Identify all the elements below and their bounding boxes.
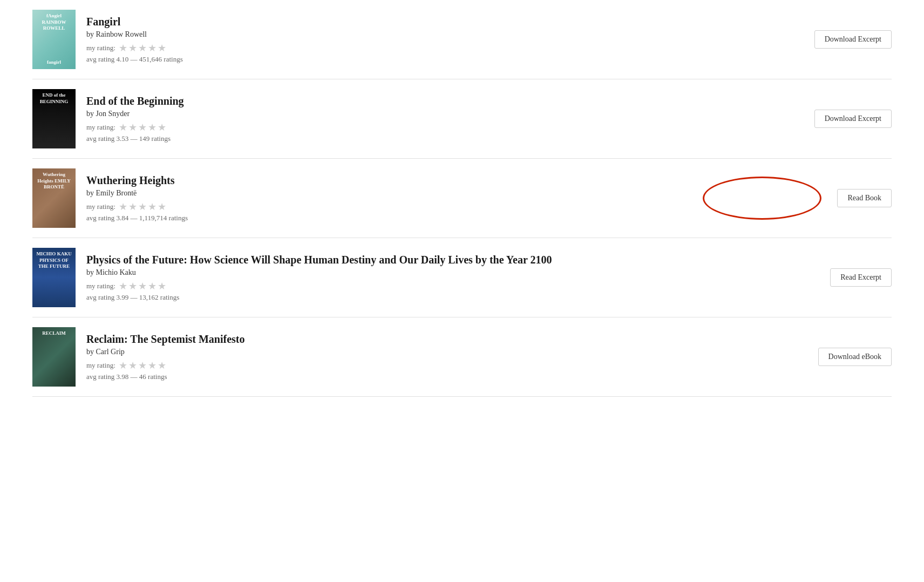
book-cover-wuthering-heights: Wuthering Heights EMILY BRONTË <box>32 168 76 228</box>
star-2[interactable]: ★ <box>128 361 137 370</box>
star-4[interactable]: ★ <box>148 202 157 212</box>
book-action-area: Download eBook <box>773 348 892 366</box>
star-3[interactable]: ★ <box>138 123 147 132</box>
action-button-wuthering-heights[interactable]: Read Book <box>837 189 892 207</box>
book-info-physics-of-the-future: Physics of the Future: How Science Will … <box>86 254 751 302</box>
book-cover-physics-of-the-future: MICHIO KAKU PHYSICS OF THE FUTURE <box>32 248 76 307</box>
star-4[interactable]: ★ <box>148 281 157 291</box>
my-rating-label: my rating: <box>86 202 116 211</box>
my-rating-label: my rating: <box>86 282 116 290</box>
star-5[interactable]: ★ <box>158 281 166 291</box>
action-button-reclaim[interactable]: Download eBook <box>818 348 892 366</box>
book-info-fangirl: Fangirlby Rainbow Rowellmy rating:★★★★★a… <box>86 16 751 64</box>
book-info-reclaim: Reclaim: The Septemist Manifestoby Carl … <box>86 333 751 381</box>
book-cover-fangirl: fAngirl RAINBOW ROWELL <box>32 10 76 69</box>
star-4[interactable]: ★ <box>148 43 157 53</box>
book-title[interactable]: Fangirl <box>86 16 751 28</box>
book-author: by Rainbow Rowell <box>86 30 751 39</box>
my-rating-row: my rating:★★★★★ <box>86 281 751 291</box>
star-3[interactable]: ★ <box>138 43 147 53</box>
star-1[interactable]: ★ <box>119 123 127 132</box>
book-title[interactable]: Reclaim: The Septemist Manifesto <box>86 333 751 346</box>
action-button-physics-of-the-future[interactable]: Read Excerpt <box>830 268 892 287</box>
book-row: MICHIO KAKU PHYSICS OF THE FUTUREPhysics… <box>32 238 892 317</box>
book-author: by Jon Snyder <box>86 110 751 118</box>
book-cover-reclaim: RECLAIM <box>32 327 76 387</box>
my-rating-row: my rating:★★★★★ <box>86 123 751 132</box>
book-info-wuthering-heights: Wuthering Heightsby Emily Brontëmy ratin… <box>86 174 751 222</box>
book-author: by Michio Kaku <box>86 268 751 277</box>
book-action-area: Download Excerpt <box>773 30 892 49</box>
my-rating-row: my rating:★★★★★ <box>86 361 751 370</box>
star-2[interactable]: ★ <box>128 202 137 212</box>
book-author: by Emily Brontë <box>86 189 751 198</box>
avg-rating: avg rating 3.53 — 149 ratings <box>86 134 751 143</box>
action-button-fangirl[interactable]: Download Excerpt <box>814 30 892 49</box>
book-title[interactable]: Wuthering Heights <box>86 174 751 187</box>
my-rating-label: my rating: <box>86 123 116 132</box>
star-5[interactable]: ★ <box>158 361 166 370</box>
book-row: RECLAIMReclaim: The Septemist Manifestob… <box>32 317 892 397</box>
book-action-area: Read Book <box>773 189 892 207</box>
book-cover-end-of-the-beginning: END of the BEGINNING <box>32 89 76 148</box>
star-3[interactable]: ★ <box>138 361 147 370</box>
book-row: Wuthering Heights EMILY BRONTËWuthering … <box>32 159 892 238</box>
star-5[interactable]: ★ <box>158 43 166 53</box>
book-title[interactable]: Physics of the Future: How Science Will … <box>86 254 751 266</box>
star-1[interactable]: ★ <box>119 202 127 212</box>
star-1[interactable]: ★ <box>119 43 127 53</box>
star-rating[interactable]: ★★★★★ <box>119 361 166 370</box>
star-2[interactable]: ★ <box>128 281 137 291</box>
book-author: by Carl Grip <box>86 348 751 356</box>
star-rating[interactable]: ★★★★★ <box>119 281 166 291</box>
book-action-area: Read Excerpt <box>773 268 892 287</box>
star-rating[interactable]: ★★★★★ <box>119 43 166 53</box>
star-3[interactable]: ★ <box>138 281 147 291</box>
avg-rating: avg rating 3.99 — 13,162 ratings <box>86 293 751 302</box>
star-4[interactable]: ★ <box>148 361 157 370</box>
star-5[interactable]: ★ <box>158 202 166 212</box>
book-row: END of the BEGINNINGEnd of the Beginning… <box>32 79 892 159</box>
star-1[interactable]: ★ <box>119 361 127 370</box>
action-button-end-of-the-beginning[interactable]: Download Excerpt <box>814 110 892 128</box>
star-4[interactable]: ★ <box>148 123 157 132</box>
star-rating[interactable]: ★★★★★ <box>119 202 166 212</box>
book-list: fAngirl RAINBOW ROWELLFangirlby Rainbow … <box>0 0 924 397</box>
star-1[interactable]: ★ <box>119 281 127 291</box>
my-rating-label: my rating: <box>86 361 116 370</box>
my-rating-row: my rating:★★★★★ <box>86 43 751 53</box>
avg-rating: avg rating 3.98 — 46 ratings <box>86 373 751 381</box>
star-2[interactable]: ★ <box>128 43 137 53</box>
avg-rating: avg rating 3.84 — 1,119,714 ratings <box>86 214 751 222</box>
my-rating-label: my rating: <box>86 44 116 52</box>
book-row: fAngirl RAINBOW ROWELLFangirlby Rainbow … <box>32 0 892 79</box>
star-rating[interactable]: ★★★★★ <box>119 123 166 132</box>
avg-rating: avg rating 4.10 — 451,646 ratings <box>86 55 751 64</box>
book-action-area: Download Excerpt <box>773 110 892 128</box>
star-5[interactable]: ★ <box>158 123 166 132</box>
star-2[interactable]: ★ <box>128 123 137 132</box>
book-title[interactable]: End of the Beginning <box>86 95 751 107</box>
book-info-end-of-the-beginning: End of the Beginningby Jon Snydermy rati… <box>86 95 751 143</box>
star-3[interactable]: ★ <box>138 202 147 212</box>
my-rating-row: my rating:★★★★★ <box>86 202 751 212</box>
